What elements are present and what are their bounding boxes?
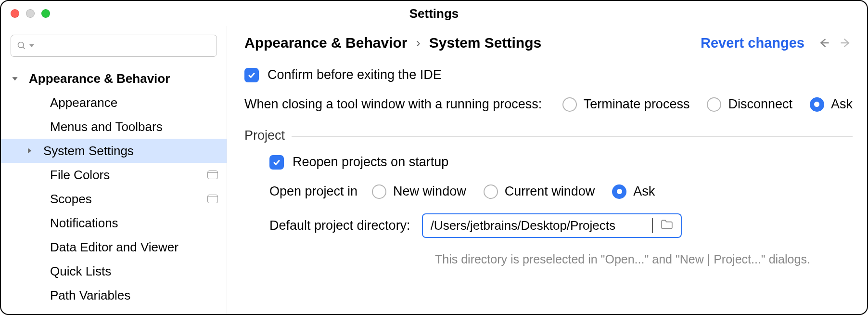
tree-item[interactable]: Menus and Toolbars [1, 115, 227, 139]
breadcrumb-current: System Settings [429, 35, 541, 51]
closing-option-disconnect[interactable]: Disconnect [707, 97, 792, 112]
tree-item[interactable]: System Settings [1, 139, 227, 163]
content-pane: Appearance & Behavior › System Settings … [227, 26, 867, 314]
svg-line-1 [23, 47, 25, 49]
confirm-exit-label: Confirm before exiting the IDE [268, 67, 442, 82]
window-title: Settings [1, 6, 867, 21]
project-section-title: Project [244, 128, 285, 143]
settings-tree: Appearance & BehaviorAppearanceMenus and… [1, 64, 227, 314]
tree-item-label: Notifications [50, 216, 118, 231]
search-icon [17, 41, 26, 51]
tree-item[interactable]: Path Variables [1, 283, 227, 307]
open-project-in-label: Open project in [269, 184, 357, 199]
radio-icon [372, 184, 386, 199]
radio-icon [562, 97, 577, 112]
tree-item[interactable]: Data Editor and Viewer [1, 235, 227, 259]
chevron-icon [1, 75, 29, 82]
tree-item-label: Path Variables [50, 288, 130, 303]
tree-item[interactable]: Scopes [1, 187, 227, 211]
open-in-current-window[interactable]: Current window [484, 184, 595, 199]
tree-item-label: Quick Lists [50, 264, 111, 279]
tree-item-label: System Settings [43, 144, 134, 158]
default-dir-input[interactable]: /Users/jetbrains/Desktop/Projects [422, 213, 682, 238]
tree-item-label: Appearance & Behavior [29, 71, 170, 86]
tree-item[interactable]: Quick Lists [1, 259, 227, 283]
tree-item-label: Data Editor and Viewer [50, 240, 179, 255]
open-in-new-window[interactable]: New window [372, 184, 466, 199]
titlebar: Settings [1, 1, 867, 26]
project-badge-icon [207, 195, 218, 203]
radio-icon [484, 184, 498, 199]
reopen-startup-checkbox[interactable] [269, 155, 284, 170]
tree-item-label: Appearance [50, 95, 117, 110]
open-in-ask[interactable]: Ask [612, 184, 655, 199]
svg-point-0 [18, 42, 24, 48]
chevron-down-icon [29, 43, 34, 48]
tree-item-label: File Colors [50, 168, 110, 183]
project-badge-icon [207, 171, 218, 179]
tree-item[interactable]: Notifications [1, 211, 227, 235]
radio-icon [707, 97, 721, 112]
tree-item-label: Scopes [50, 192, 92, 207]
confirm-exit-checkbox[interactable] [244, 68, 259, 82]
close-window-button[interactable] [11, 9, 19, 18]
breadcrumb-parent[interactable]: Appearance & Behavior [244, 35, 407, 51]
closing-option-ask[interactable]: Ask [810, 97, 853, 112]
zoom-window-button[interactable] [41, 9, 50, 18]
breadcrumb: Appearance & Behavior › System Settings [244, 35, 541, 51]
radio-icon [612, 184, 626, 199]
tree-item-label: Menus and Toolbars [50, 119, 163, 134]
reopen-startup-label: Reopen projects on startup [293, 155, 448, 170]
default-dir-hint: This directory is preselected in "Open..… [435, 252, 853, 266]
search-input[interactable] [11, 35, 217, 57]
folder-icon[interactable] [661, 218, 673, 233]
sidebar: Appearance & BehaviorAppearanceMenus and… [1, 26, 227, 314]
closing-tool-label: When closing a tool window with a runnin… [244, 97, 542, 112]
tree-item[interactable]: Appearance & Behavior [1, 66, 227, 91]
default-dir-label: Default project directory: [269, 218, 410, 233]
tree-item[interactable]: Appearance [1, 91, 227, 115]
radio-icon [810, 97, 824, 112]
breadcrumb-separator: › [416, 35, 420, 51]
back-button[interactable] [817, 36, 830, 50]
traffic-lights [11, 9, 50, 18]
revert-changes-link[interactable]: Revert changes [701, 35, 804, 51]
separator [292, 136, 853, 137]
chevron-icon [1, 147, 43, 154]
closing-option-terminate[interactable]: Terminate process [562, 97, 690, 112]
forward-button[interactable] [839, 36, 853, 50]
tree-item[interactable]: File Colors [1, 163, 227, 187]
minimize-window-button[interactable] [26, 9, 35, 18]
